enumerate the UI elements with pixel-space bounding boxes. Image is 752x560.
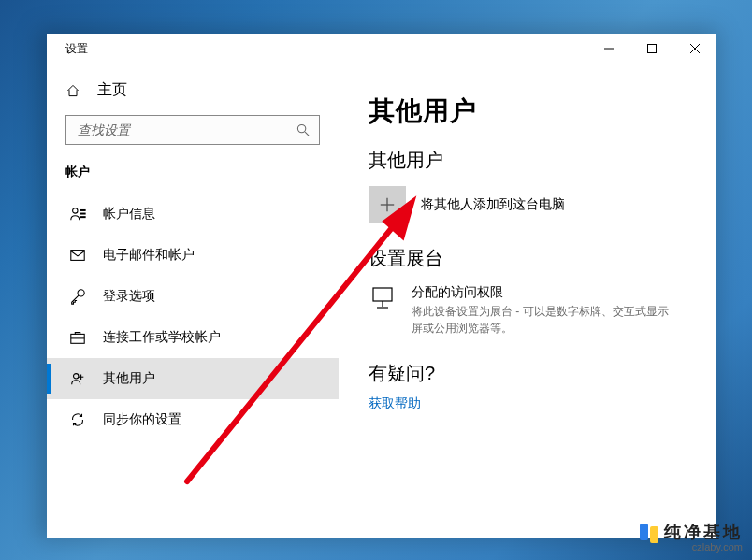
main-panel: 其他用户 其他用户 将其他人添加到这台电脑 设置展台 分配的访问权限 将此设备设… <box>339 64 716 538</box>
page-title: 其他用户 <box>369 93 688 129</box>
email-icon <box>69 247 86 264</box>
svg-point-11 <box>78 290 84 296</box>
sidebar-item-other-users[interactable]: 其他用户 <box>47 358 339 399</box>
home-icon <box>65 83 80 98</box>
titlebar: 设置 <box>47 34 716 64</box>
kiosk-heading: 设置展台 <box>369 246 688 271</box>
svg-line-5 <box>305 132 309 136</box>
nav-items: 帐户信息 电子邮件和帐户 登录选项 连接工作或学校帐户 其他用户 <box>47 194 339 440</box>
get-help-link[interactable]: 获取帮助 <box>369 395 688 412</box>
maximize-icon <box>647 44 657 53</box>
home-label: 主页 <box>97 80 127 100</box>
sidebar-item-signin[interactable]: 登录选项 <box>47 276 339 317</box>
maximize-button[interactable] <box>630 34 673 64</box>
kiosk-button[interactable]: 分配的访问权限 将此设备设置为展台 - 可以是数字标牌、交互式显示屏或公用浏览器… <box>369 284 677 337</box>
add-user-label: 将其他人添加到这台电脑 <box>421 196 565 213</box>
svg-rect-9 <box>80 217 85 218</box>
section-label: 帐户 <box>47 154 339 194</box>
close-icon <box>690 44 700 53</box>
sidebar-item-sync[interactable]: 同步你的设置 <box>47 399 339 440</box>
account-info-icon <box>69 206 86 223</box>
window-controls <box>587 34 716 64</box>
close-button[interactable] <box>673 34 716 64</box>
sidebar-item-work[interactable]: 连接工作或学校帐户 <box>47 317 339 358</box>
svg-rect-8 <box>80 213 85 214</box>
sidebar-item-label: 连接工作或学校帐户 <box>103 329 221 346</box>
sidebar-item-label: 同步你的设置 <box>103 411 181 428</box>
settings-window: 设置 主页 <box>47 34 716 538</box>
branding: 纯净基地 czlaby.com <box>640 521 743 553</box>
search-input[interactable] <box>66 122 287 137</box>
sidebar-item-label: 登录选项 <box>103 288 155 305</box>
search-button[interactable] <box>287 116 319 144</box>
other-users-heading: 其他用户 <box>369 148 688 173</box>
sync-icon <box>69 411 86 428</box>
brand-url: czlaby.com <box>692 541 743 553</box>
kiosk-description: 将此设备设置为展台 - 可以是数字标牌、交互式显示屏或公用浏览器等。 <box>412 303 677 337</box>
minimize-icon <box>604 44 614 53</box>
sidebar-item-account-info[interactable]: 帐户信息 <box>47 194 339 235</box>
brand-logo <box>640 524 658 540</box>
svg-rect-10 <box>71 251 84 261</box>
plus-button <box>369 186 406 223</box>
svg-point-4 <box>297 124 305 132</box>
help-heading: 有疑问? <box>369 361 688 386</box>
svg-point-14 <box>74 374 79 379</box>
other-users-icon <box>69 370 86 387</box>
kiosk-title: 分配的访问权限 <box>412 284 677 301</box>
add-user-button[interactable]: 将其他人添加到这台电脑 <box>369 186 688 223</box>
minimize-button[interactable] <box>587 34 630 64</box>
sidebar: 主页 帐户 帐户信息 电子邮件和帐户 <box>47 64 339 538</box>
svg-rect-19 <box>373 288 392 301</box>
brand-name: 纯净基地 <box>664 521 743 543</box>
sidebar-item-label: 其他用户 <box>103 370 155 387</box>
window-title: 设置 <box>65 41 88 57</box>
search-box <box>65 115 320 145</box>
kiosk-icon <box>369 284 397 312</box>
home-button[interactable]: 主页 <box>47 73 339 108</box>
sidebar-item-label: 帐户信息 <box>103 206 155 223</box>
search-icon <box>296 123 310 136</box>
sidebar-item-email[interactable]: 电子邮件和帐户 <box>47 235 339 276</box>
svg-point-6 <box>73 208 78 213</box>
briefcase-icon <box>69 329 86 346</box>
sidebar-item-label: 电子邮件和帐户 <box>103 247 195 264</box>
key-icon <box>69 288 86 305</box>
plus-icon <box>379 196 396 213</box>
svg-rect-7 <box>80 210 85 211</box>
svg-rect-1 <box>648 45 657 53</box>
